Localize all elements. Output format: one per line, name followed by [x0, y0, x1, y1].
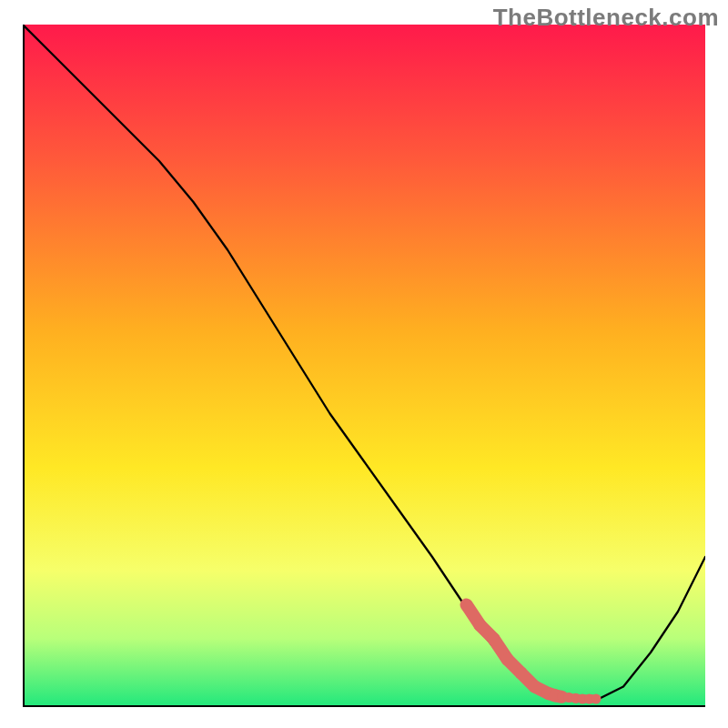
plot-area: [23, 25, 705, 707]
watermark-label: TheBottleneck.com: [493, 4, 719, 32]
chart-wrapper: TheBottleneck.com: [0, 0, 728, 728]
chart-svg: [23, 25, 705, 707]
highlight-marker-dot: [592, 694, 602, 704]
